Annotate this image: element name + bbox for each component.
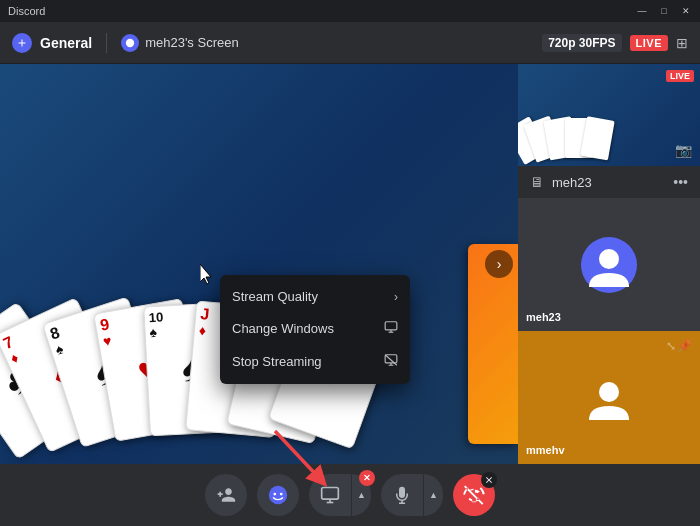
discord-avatar-mmehv <box>581 370 637 426</box>
title-bar-left: Discord <box>8 5 45 17</box>
screen-tab: meh23's Screen <box>121 34 239 52</box>
channel-name: General <box>40 35 92 51</box>
menu-item-change-windows-label: Change Windows <box>232 321 334 336</box>
menu-item-stream-quality-label: Stream Quality <box>232 289 318 304</box>
grid-icon[interactable]: ⊞ <box>676 35 688 51</box>
top-bar-right: 720p 30FPS LIVE ⊞ <box>542 34 688 52</box>
content-area: 6 ♣ ♣ 7 ♦ ♦ 8 ♠ <box>0 64 700 464</box>
screen-tab-name: meh23's Screen <box>145 35 239 50</box>
app-title: Discord <box>8 5 45 17</box>
user-tile-meh23[interactable]: meh23 <box>518 198 700 331</box>
svg-point-10 <box>599 382 619 402</box>
user-tile-mmehv[interactable]: mmehv 📌 ⤡ <box>518 331 700 464</box>
app: General meh23's Screen 720p 30FPS LIVE ⊞ <box>0 22 700 526</box>
streamer-row: 🖥 meh23 ••• <box>518 166 700 198</box>
title-bar: Discord — □ ✕ <box>0 0 700 22</box>
pin-icon: 📌 <box>677 339 692 353</box>
close-button[interactable]: ✕ <box>680 5 692 17</box>
mic-dropdown-button[interactable]: ▲ <box>423 474 443 516</box>
channel-icon <box>12 33 32 53</box>
monitor-icon: 🖥 <box>530 174 544 190</box>
svg-point-8 <box>599 249 619 269</box>
right-panel: LIVE 📷 🖥 meh23 ••• <box>518 64 700 464</box>
mic-button-group[interactable]: ▲ <box>381 474 443 516</box>
mini-card-5 <box>580 116 615 160</box>
live-badge: LIVE <box>630 35 668 51</box>
thumbnail-live-badge: LIVE <box>666 70 694 82</box>
expand-icon: ⤡ <box>666 339 676 353</box>
user-tile-name-meh23: meh23 <box>526 311 561 323</box>
svg-point-1 <box>126 38 134 46</box>
top-bar-left: General meh23's Screen <box>12 33 239 53</box>
menu-item-stop-streaming-label: Stop Streaming <box>232 354 322 369</box>
svg-point-12 <box>273 493 276 496</box>
discord-logo <box>121 34 139 52</box>
maximize-button[interactable]: □ <box>658 5 670 17</box>
svg-rect-14 <box>322 488 339 500</box>
chevron-right-icon: › <box>394 290 398 304</box>
mouse-cursor <box>200 264 216 286</box>
stream-thumbnail[interactable]: LIVE 📷 <box>518 64 700 166</box>
stop-streaming-icon <box>384 353 398 370</box>
svg-marker-0 <box>19 39 26 46</box>
svg-point-13 <box>280 493 283 496</box>
screen-share-button-group[interactable]: ✕ ▲ <box>309 474 371 516</box>
streamer-row-left: 🖥 meh23 <box>530 174 592 190</box>
end-call-button[interactable] <box>453 474 495 516</box>
more-options-button[interactable]: ••• <box>673 174 688 190</box>
svg-rect-2 <box>385 322 397 330</box>
menu-item-stream-quality[interactable]: Stream Quality › <box>220 281 410 312</box>
discord-avatar-meh23 <box>581 237 637 293</box>
end-call-x-badge <box>481 472 497 488</box>
context-menu: Stream Quality › Change Windows Stop Str… <box>220 275 410 384</box>
divider <box>106 33 107 53</box>
change-windows-icon <box>384 320 398 337</box>
menu-item-stop-streaming[interactable]: Stop Streaming <box>220 345 410 378</box>
chevron-right-icon: › <box>497 256 502 272</box>
bottom-bar: ✕ ▲ ▲ <box>0 464 700 526</box>
top-bar: General meh23's Screen 720p 30FPS LIVE ⊞ <box>0 22 700 64</box>
screen-share-main-button[interactable] <box>309 474 351 516</box>
menu-item-change-windows[interactable]: Change Windows <box>220 312 410 345</box>
camera-icon: 📷 <box>675 142 692 158</box>
quality-badge: 720p 30FPS <box>542 34 621 52</box>
solitaire-background: 6 ♣ ♣ 7 ♦ ♦ 8 ♠ <box>0 64 518 464</box>
mic-main-button[interactable] <box>381 474 423 516</box>
add-friend-button[interactable] <box>205 474 247 516</box>
expand-stream-button[interactable]: › <box>485 250 513 278</box>
cancel-badge: ✕ <box>359 470 375 486</box>
streamer-name: meh23 <box>552 175 592 190</box>
title-bar-controls[interactable]: — □ ✕ <box>636 5 692 17</box>
discord-activity-button[interactable] <box>257 474 299 516</box>
main-content: General meh23's Screen 720p 30FPS LIVE ⊞ <box>0 22 700 526</box>
minimize-button[interactable]: — <box>636 5 648 17</box>
user-tile-name-mmehv: mmehv <box>526 444 565 456</box>
svg-point-11 <box>269 486 287 504</box>
stream-area: 6 ♣ ♣ 7 ♦ ♦ 8 ♠ <box>0 64 518 464</box>
